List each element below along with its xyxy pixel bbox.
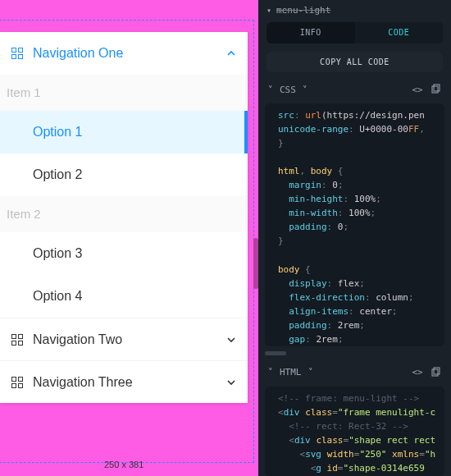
chevron-down-icon: ˅ bbox=[268, 367, 273, 378]
nav-two-header[interactable]: Navigation Two bbox=[0, 318, 248, 360]
chevron-down-icon: ˅ bbox=[308, 367, 313, 378]
svg-rect-0 bbox=[432, 86, 438, 93]
tab-code[interactable]: CODE bbox=[355, 22, 444, 43]
chevron-down-icon: ˅ bbox=[268, 85, 273, 95]
html-code-block[interactable]: <!-- frame: menu-light --> <div class="f… bbox=[265, 387, 444, 476]
chevron-up-icon bbox=[226, 48, 236, 58]
nav-one-label: Navigation One bbox=[33, 46, 226, 61]
chevron-down-icon bbox=[226, 378, 236, 387]
tab-info[interactable]: INFO bbox=[266, 22, 355, 43]
nav-one-header[interactable]: Navigation One bbox=[0, 32, 248, 75]
html-section-header[interactable]: ˅ HTML ˅ <> bbox=[258, 355, 451, 383]
option-3[interactable]: Option 3 bbox=[0, 232, 248, 275]
option-4[interactable]: Option 4 bbox=[0, 275, 248, 318]
svg-rect-2 bbox=[432, 369, 438, 376]
grid-icon bbox=[11, 377, 23, 388]
inspector-panel: ▾ menu-light INFO CODE COPY ALL CODE ˅ C… bbox=[258, 0, 451, 476]
design-canvas[interactable]: Navigation One Item 1 Option 1 Option 2 … bbox=[0, 0, 258, 476]
chevron-down-icon: ▾ bbox=[266, 6, 271, 15]
grid-icon bbox=[11, 48, 23, 59]
code-brackets-icon[interactable]: <> bbox=[412, 367, 423, 378]
css-section-label: CSS bbox=[280, 85, 296, 95]
css-section-header[interactable]: ˅ CSS ˅ <> bbox=[258, 72, 451, 100]
nav-two-label: Navigation Two bbox=[33, 332, 226, 347]
grid-icon bbox=[11, 334, 23, 346]
chevron-down-icon bbox=[226, 335, 236, 345]
nav-three-header[interactable]: Navigation Three bbox=[0, 360, 248, 403]
frame-name: menu-light bbox=[276, 5, 330, 16]
menu-component: Navigation One Item 1 Option 1 Option 2 … bbox=[0, 32, 248, 403]
css-code-block[interactable]: src: url(https://design.pen unicode-rang… bbox=[265, 103, 444, 346]
code-brackets-icon[interactable]: <> bbox=[412, 84, 423, 95]
group-item-2: Item 2 bbox=[0, 196, 248, 232]
group-item-1: Item 1 bbox=[0, 75, 248, 111]
svg-rect-1 bbox=[434, 85, 440, 91]
copy-icon[interactable] bbox=[430, 84, 441, 95]
canvas-scrollbar[interactable] bbox=[253, 238, 258, 289]
svg-rect-3 bbox=[434, 368, 440, 374]
option-1[interactable]: Option 1 bbox=[0, 111, 248, 153]
copy-all-button[interactable]: COPY ALL CODE bbox=[266, 52, 443, 73]
html-section-label: HTML bbox=[280, 367, 302, 378]
copy-icon[interactable] bbox=[430, 367, 441, 378]
panel-tabs: INFO CODE bbox=[266, 22, 443, 43]
chevron-down-icon: ˅ bbox=[303, 85, 308, 95]
nav-three-label: Navigation Three bbox=[33, 375, 226, 390]
frame-breadcrumb[interactable]: ▾ menu-light bbox=[258, 0, 451, 16]
selection-dimensions: 250 x 381 bbox=[104, 460, 144, 469]
css-horizontal-scrollbar[interactable] bbox=[265, 350, 444, 355]
option-2[interactable]: Option 2 bbox=[0, 153, 248, 196]
